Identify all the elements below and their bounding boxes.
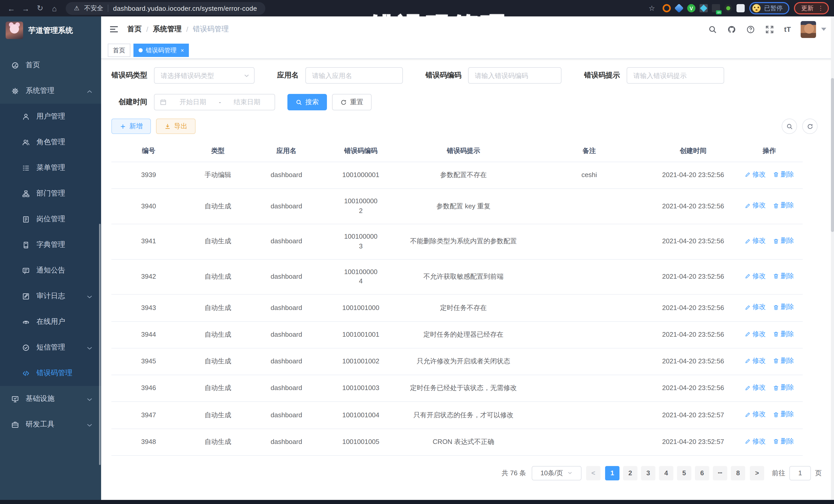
forward-icon[interactable]: → — [20, 2, 32, 14]
reset-button[interactable]: 重置 — [332, 94, 372, 110]
table-row: 3945自动生成dashboard1001001002只允许修改为开启或者关闭状… — [111, 348, 803, 375]
more-pages-button[interactable]: ••• — [713, 466, 727, 480]
page-button-8[interactable]: 8 — [731, 466, 745, 480]
sidebar-item-通知公告[interactable]: 通知公告 — [0, 258, 101, 283]
help-icon[interactable] — [746, 25, 755, 34]
sidebar-item-系统管理[interactable]: 系统管理 — [0, 78, 101, 104]
grid-ext-icon[interactable] — [700, 4, 708, 12]
search-button[interactable]: 搜索 — [287, 94, 327, 110]
home-icon[interactable]: ⌂ — [48, 2, 61, 14]
delete-link[interactable]: 删除 — [773, 329, 794, 339]
page-button-4[interactable]: 4 — [659, 466, 673, 480]
edit-link[interactable]: 修改 — [745, 356, 766, 366]
type-select[interactable] — [154, 67, 255, 84]
edit-link[interactable]: 修改 — [745, 271, 766, 281]
close-icon[interactable]: × — [181, 47, 184, 53]
not-secure-icon: ⚠ — [74, 5, 80, 12]
menu-list-icon — [22, 164, 30, 172]
browser-update-chip[interactable]: 更新 ⋮ — [794, 2, 829, 14]
edit-link[interactable]: 修改 — [745, 437, 766, 446]
page-button-6[interactable]: 6 — [695, 466, 709, 480]
page-button-3[interactable]: 3 — [641, 466, 655, 480]
sidebar-item-在线用户[interactable]: 在线用户 — [0, 309, 101, 335]
onenote-ext-icon[interactable]: on — [712, 4, 720, 12]
window-bottom-edge — [0, 500, 834, 504]
sidebar-item-短信管理[interactable]: 短信管理 — [0, 335, 101, 360]
bookmark-star-icon[interactable]: ☆ — [646, 2, 658, 14]
address-bar[interactable]: ⚠ 不安全 dashboard.yudao.iocoder.cn/system/… — [66, 2, 265, 15]
window-scrollbar[interactable] — [831, 17, 834, 500]
sidebar-item-部门管理[interactable]: 部门管理 — [0, 181, 101, 206]
edit-link[interactable]: 修改 — [745, 236, 766, 246]
reload-icon[interactable]: ↻ — [34, 2, 46, 14]
tab-home[interactable]: 首页 — [108, 44, 130, 57]
breadcrumb: 首页 / 系统管理 / 错误码管理 — [127, 25, 229, 34]
next-page-button[interactable]: > — [750, 466, 764, 480]
page-button-1[interactable]: 1 — [605, 466, 619, 480]
user-menu[interactable] — [800, 21, 826, 38]
puzzle-ext-icon[interactable] — [737, 4, 745, 12]
delete-link[interactable]: 删除 — [773, 170, 794, 180]
search-icon[interactable] — [708, 25, 718, 34]
delete-link[interactable]: 删除 — [773, 303, 794, 312]
tab-error-code[interactable]: 错误码管理 × — [133, 44, 189, 57]
profile-paused-chip[interactable]: 已暂停 — [749, 2, 789, 14]
sidebar-item-用户管理[interactable]: 用户管理 — [0, 104, 101, 129]
msg-input[interactable] — [627, 67, 724, 84]
delete-link[interactable]: 删除 — [773, 437, 794, 446]
table-row: 3939手动编辑dashboard1001000001参数配置不存在ceshi2… — [111, 162, 803, 189]
delete-link[interactable]: 删除 — [773, 383, 794, 393]
app-input[interactable] — [305, 67, 403, 84]
pagination: 共 76 条 10条/页 < 123456•••8 > 前往 页 — [111, 466, 822, 495]
edit-link[interactable]: 修改 — [745, 170, 766, 180]
toggle-search-button[interactable] — [782, 118, 797, 134]
prev-page-button[interactable]: < — [586, 466, 600, 480]
sidebar-item-字典管理[interactable]: 字典管理 — [0, 232, 101, 258]
screen: ← → ↻ ⌂ ⚠ 不安全 dashboard.yudao.iocoder.cn… — [0, 0, 834, 504]
delete-link[interactable]: 删除 — [773, 271, 794, 281]
delete-link[interactable]: 删除 — [773, 410, 794, 420]
date-range-picker[interactable]: 开始日期 - 结束日期 — [154, 94, 275, 110]
update-label: 更新 — [801, 4, 813, 13]
breadcrumb-system[interactable]: 系统管理 — [153, 25, 182, 34]
frog-ext-icon[interactable] — [724, 4, 732, 12]
hamburger-icon[interactable] — [109, 24, 119, 35]
sidebar-item-基础设施[interactable]: 基础设施 — [0, 386, 101, 412]
delete-link[interactable]: 删除 — [773, 201, 794, 211]
page-button-5[interactable]: 5 — [677, 466, 691, 480]
date-end-placeholder: 结束日期 — [224, 97, 269, 107]
page-size-select[interactable]: 10条/页 — [532, 466, 581, 480]
sidebar-item-岗位管理[interactable]: 岗位管理 — [0, 206, 101, 232]
fullscreen-icon[interactable] — [765, 25, 774, 34]
code-input[interactable] — [468, 67, 562, 84]
sidebar-item-错误码管理[interactable]: 错误码管理 — [0, 360, 101, 386]
page-button-2[interactable]: 2 — [623, 466, 637, 480]
browser-menu-icon[interactable]: ⋮ — [817, 5, 824, 12]
v-ext-icon[interactable]: V — [687, 4, 696, 12]
github-icon[interactable] — [727, 25, 737, 34]
back-icon[interactable]: ← — [5, 2, 18, 14]
edit-link[interactable]: 修改 — [745, 329, 766, 339]
edit-link[interactable]: 修改 — [745, 410, 766, 420]
gem-ext-icon[interactable] — [674, 4, 684, 13]
ubuntu-ext-icon[interactable] — [663, 4, 671, 12]
refresh-button[interactable] — [802, 118, 817, 134]
delete-link[interactable]: 删除 — [773, 356, 794, 366]
font-size-icon[interactable]: tT — [784, 25, 791, 34]
chevron-down-icon — [86, 396, 92, 402]
add-button[interactable]: 新增 — [111, 118, 151, 134]
sidebar-item-审计日志[interactable]: 审计日志 — [0, 283, 101, 309]
sidebar-item-首页[interactable]: 首页 — [0, 52, 101, 78]
sidebar-logo[interactable]: 芋道管理系统 — [0, 17, 101, 44]
export-button[interactable]: 导出 — [156, 118, 196, 134]
sidebar-item-研发工具[interactable]: 研发工具 — [0, 412, 101, 437]
edit-link[interactable]: 修改 — [745, 201, 766, 211]
edit-link[interactable]: 修改 — [745, 383, 766, 393]
goto-page-input[interactable] — [789, 466, 811, 480]
edit-link[interactable]: 修改 — [745, 303, 766, 312]
sidebar-item-菜单管理[interactable]: 菜单管理 — [0, 155, 101, 181]
breadcrumb-home[interactable]: 首页 — [127, 25, 142, 34]
delete-link[interactable]: 删除 — [773, 236, 794, 246]
sidebar-scrollbar[interactable] — [99, 224, 101, 465]
sidebar-item-角色管理[interactable]: 角色管理 — [0, 129, 101, 155]
